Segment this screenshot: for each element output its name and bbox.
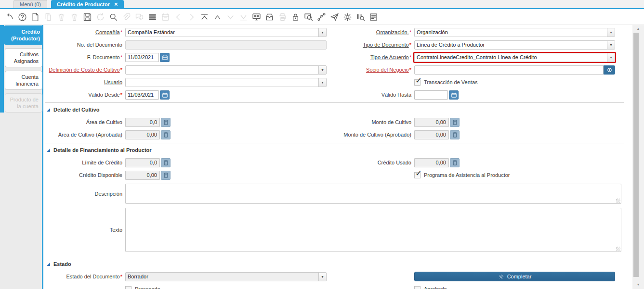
- aprobado-checkbox[interactable]: [414, 286, 421, 289]
- first-record-icon[interactable]: [198, 11, 211, 23]
- calculator-button[interactable]: [161, 171, 171, 180]
- parent-record-icon[interactable]: [211, 11, 224, 23]
- sidebar-tab-cuenta-financiera[interactable]: Cuenta financiera: [5, 71, 42, 90]
- tipo-documento-label[interactable]: Tipo de Documento: [363, 42, 409, 48]
- procesado-checkbox[interactable]: [125, 286, 131, 289]
- no-documento-field: [125, 40, 327, 50]
- chevron-down-icon[interactable]: ▾: [318, 273, 326, 281]
- sidebar-tab-credito-productor[interactable]: Crédito (Productor): [4, 25, 43, 45]
- save-icon[interactable]: [81, 11, 94, 23]
- workflow-icon[interactable]: [315, 11, 328, 23]
- tab-credito-de-productor[interactable]: Crédito de Productor ×: [51, 0, 124, 8]
- required-marker: *: [120, 274, 122, 279]
- no-documento-label: No. del Documento: [77, 42, 122, 48]
- zoom-across-icon[interactable]: [302, 11, 315, 23]
- calendar-icon: [159, 11, 172, 23]
- scroll-up-icon[interactable]: ▲: [632, 27, 644, 30]
- compania-combo[interactable]: Compañía Estándar ▾: [125, 28, 327, 37]
- texto-textarea[interactable]: [125, 208, 621, 252]
- monto-aprobado-field: 0,00: [414, 130, 449, 139]
- send-icon[interactable]: [328, 11, 341, 23]
- new-record-icon[interactable]: [29, 11, 42, 23]
- limite-credito-field: 0,0: [125, 158, 160, 167]
- collapse-icon: [47, 149, 50, 152]
- check-icon: ✓: [415, 169, 422, 177]
- calendar-picker-button[interactable]: [160, 53, 170, 62]
- required-marker: *: [409, 42, 411, 48]
- close-icon[interactable]: ×: [114, 1, 118, 7]
- compania-value: Compañía Estándar: [126, 28, 318, 37]
- valido-hasta-input[interactable]: [414, 90, 448, 100]
- calculator-button[interactable]: [161, 118, 171, 127]
- report-icon[interactable]: [250, 11, 263, 23]
- chevron-down-icon[interactable]: ▾: [318, 66, 326, 74]
- scrollbar-thumb[interactable]: [633, 33, 639, 277]
- socio-negocio-label[interactable]: Socio del Negocio: [366, 67, 409, 73]
- chevron-down-icon[interactable]: ▾: [607, 41, 615, 49]
- calculator-icon: [452, 132, 458, 138]
- tab-menu[interactable]: Menú (0): [13, 0, 47, 8]
- tipo-documento-combo[interactable]: Línea de Crédito a Productor ▾: [414, 40, 615, 50]
- completar-button[interactable]: Completar: [414, 272, 615, 281]
- usuario-combo[interactable]: ▾: [125, 78, 327, 87]
- row-definicioncosto-socio: Definición de Costo de Cultivo* ▾ Socio …: [43, 65, 632, 75]
- chevron-down-icon[interactable]: ▾: [607, 28, 615, 37]
- row-estado-completar: Estado del Documento* Borrador ▾ Complet…: [43, 272, 632, 281]
- socio-negocio-input[interactable]: [414, 65, 604, 75]
- calculator-button[interactable]: [450, 158, 460, 167]
- calculator-button[interactable]: [450, 118, 460, 127]
- copy-record-icon: [42, 11, 55, 23]
- f-documento-input[interactable]: 11/03/2021: [125, 53, 159, 62]
- descripcion-textarea[interactable]: [125, 184, 621, 204]
- product-info-icon[interactable]: [354, 11, 367, 23]
- group-detalle-cultivo[interactable]: Detalle del Cultivo: [43, 106, 632, 113]
- tipo-acuerdo-label[interactable]: Tipo de Acuerdo: [370, 54, 409, 60]
- organizacion-combo[interactable]: Organización ▾: [414, 28, 615, 37]
- programa-asistencia-checkbox[interactable]: ✓: [414, 172, 421, 178]
- row-usuario-transaccion: Usuario ▾ ✓ Transacción de Ventas: [43, 77, 632, 87]
- print-preview-icon[interactable]: [367, 11, 380, 23]
- group-financiamiento[interactable]: Detalle de Financiamiento al Productor: [43, 146, 632, 154]
- row-disponible-programa: Crédito Disponible 0,00 ✓ Programa de As…: [43, 170, 632, 180]
- monto-cultivo-field: 0,00: [414, 118, 449, 127]
- calendar-icon: [451, 92, 457, 98]
- chevron-down-icon[interactable]: ▾: [607, 53, 615, 62]
- private-record-icon[interactable]: [289, 11, 302, 23]
- resize-grip[interactable]: [616, 199, 620, 203]
- tipo-acuerdo-combo[interactable]: ContratoLineadeCredito_Contrato Línea de…: [414, 53, 615, 62]
- usuario-label[interactable]: Usuario: [104, 79, 122, 85]
- chevron-down-icon[interactable]: ▾: [318, 78, 326, 87]
- calendar-picker-button[interactable]: [449, 90, 459, 100]
- preference-icon[interactable]: [341, 11, 354, 23]
- valido-desde-input[interactable]: 11/03/2021: [125, 90, 159, 100]
- area-aprobada-field: 0,00: [125, 130, 160, 139]
- organizacion-label[interactable]: Organización.: [376, 29, 409, 35]
- calendar-picker-button[interactable]: [160, 90, 170, 100]
- calculator-button[interactable]: [450, 130, 460, 139]
- compania-label[interactable]: Compañía: [95, 29, 120, 35]
- calculator-icon: [452, 160, 458, 166]
- toggle-grid-icon[interactable]: [146, 11, 159, 23]
- transaccion-ventas-checkbox[interactable]: ✓: [414, 79, 421, 86]
- previous-record-icon: [172, 11, 185, 23]
- calculator-button[interactable]: [161, 158, 171, 167]
- area-aprobada-label: Área de Cultivo (Aprobada): [58, 132, 122, 138]
- resize-grip[interactable]: [616, 247, 620, 251]
- help-icon[interactable]: [16, 11, 29, 23]
- sidebar-tab-cultivos-asignados[interactable]: Cultivos Asignados: [5, 48, 42, 67]
- required-marker: *: [409, 29, 411, 35]
- group-estado[interactable]: Estado: [43, 260, 632, 268]
- archive-icon[interactable]: [263, 11, 276, 23]
- monto-aprobado-label: Monto de Cultivo (Aprobado): [343, 132, 411, 138]
- row-fdocumento-tipoacuerdo: F. Documento* 11/03/2021 Tipo de Acuerdo…: [43, 52, 632, 62]
- estado-documento-combo[interactable]: Borrador ▾: [125, 272, 327, 281]
- vertical-scrollbar: ▲ ▼: [632, 25, 644, 289]
- definicion-costo-combo[interactable]: ▾: [125, 65, 327, 75]
- socio-negocio-search-button[interactable]: [604, 65, 615, 75]
- undo-icon[interactable]: [3, 11, 16, 23]
- chevron-down-icon[interactable]: ▾: [318, 28, 326, 37]
- calculator-button[interactable]: [161, 130, 171, 139]
- find-icon[interactable]: [107, 11, 120, 23]
- scroll-down-icon[interactable]: ▼: [632, 283, 644, 286]
- definicion-costo-label[interactable]: Definición de Costo de Cultivo: [49, 67, 119, 73]
